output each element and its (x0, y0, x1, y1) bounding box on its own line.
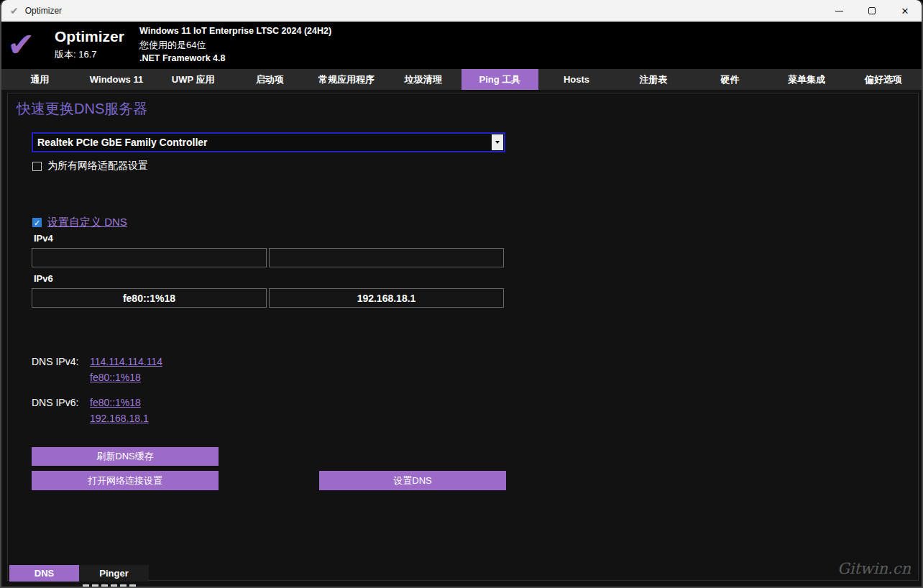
caption-buttons: ✕ (822, 0, 922, 22)
chevron-down-icon (495, 141, 500, 144)
ipv6-input-primary[interactable] (32, 288, 267, 308)
dns-ipv6-value-link[interactable]: 192.168.18.1 (90, 413, 149, 424)
tab-general[interactable]: 通用 (1, 69, 78, 90)
optimizer-logo-icon: ✔ (7, 23, 35, 66)
close-icon: ✕ (901, 6, 909, 16)
sub-tabbar: DNS Pinger (9, 565, 149, 582)
ipv6-label: IPv6 (34, 273, 53, 284)
app-check-icon: ✔ (10, 0, 19, 22)
watermark: Gitwin.cn (837, 560, 911, 577)
minimize-icon (835, 11, 843, 12)
dropdown-button[interactable] (492, 134, 503, 150)
os-info: Windows 11 IoT Enterprise LTSC 2024 (24H… (139, 26, 331, 36)
tab-cleaner[interactable]: 垃圾清理 (385, 69, 462, 90)
subtab-dns[interactable]: DNS (9, 565, 79, 582)
ipv4-input-secondary[interactable] (269, 248, 504, 267)
arch-info: 您使用的是64位 (139, 39, 206, 52)
minimize-button[interactable] (822, 0, 855, 22)
all-adapters-label: 为所有网络适配器设置 (47, 160, 148, 173)
tab-registry[interactable]: 注册表 (615, 69, 692, 90)
ipv4-label: IPv4 (34, 233, 53, 244)
close-button[interactable]: ✕ (888, 0, 922, 22)
tab-regular-apps[interactable]: 常规应用程序 (308, 69, 385, 90)
subtab-pinger[interactable]: Pinger (79, 565, 149, 582)
dns-ipv4-value-link[interactable]: 114.114.114.114 (90, 356, 162, 367)
flush-dns-button[interactable]: 刷新DNS缓存 (32, 447, 219, 466)
dns-ipv6-value-link[interactable]: fe80::1%18 (90, 397, 149, 408)
maximize-button[interactable] (855, 0, 888, 22)
tab-windows11[interactable]: Windows 11 (78, 69, 155, 90)
network-adapter-select[interactable]: Realtek PCIe GbE Family Controller (32, 132, 505, 152)
app-name: Optimizer (55, 28, 124, 45)
optimizer-window: ✔ Optimizer ✕ ✔ Optimizer 版本: 16.7 Windo… (0, 0, 923, 588)
custom-dns-checkbox-row[interactable]: ✓ 设置自定义 DNS (32, 216, 127, 229)
tab-ping-tools[interactable]: Ping 工具 (462, 69, 538, 90)
maximize-icon (868, 7, 876, 14)
all-adapters-checkbox-row[interactable]: 为所有网络适配器设置 (32, 160, 148, 173)
page-title: 快速更换DNS服务器 (17, 99, 147, 119)
tab-hosts[interactable]: Hosts (538, 69, 615, 90)
tab-startup[interactable]: 启动项 (231, 69, 308, 90)
dns-ipv4-value-link[interactable]: fe80::1%18 (90, 372, 162, 383)
window-title: Optimizer (25, 6, 62, 16)
app-header: ✔ Optimizer 版本: 16.7 Windows 11 IoT Ente… (1, 22, 922, 69)
clipped-text-fragment (83, 584, 144, 588)
ipv4-input-primary[interactable] (32, 248, 267, 267)
tab-hardware[interactable]: 硬件 (692, 69, 768, 90)
network-adapter-value: Realtek PCIe GbE Family Controller (33, 137, 492, 148)
dns-ipv6-label: DNS IPv6: (32, 397, 90, 424)
custom-dns-link[interactable]: 设置自定义 DNS (47, 216, 127, 229)
dns-page: 快速更换DNS服务器 Realtek PCIe GbE Family Contr… (7, 93, 919, 581)
dns-ipv4-block: DNS IPv4: 114.114.114.114 fe80::1%18 (32, 356, 162, 383)
all-adapters-checkbox[interactable] (32, 162, 42, 171)
tab-uwp-apps[interactable]: UWP 应用 (155, 69, 231, 90)
tab-preferences[interactable]: 偏好选项 (845, 69, 922, 90)
ipv6-input-secondary[interactable] (269, 288, 504, 308)
custom-dns-checkbox[interactable]: ✓ (32, 218, 42, 227)
open-network-settings-button[interactable]: 打开网络连接设置 (32, 471, 219, 490)
app-version: 版本: 16.7 (55, 48, 97, 61)
titlebar[interactable]: ✔ Optimizer ✕ (1, 0, 922, 22)
dotnet-info: .NET Framework 4.8 (139, 53, 226, 63)
main-tabbar: 通用 Windows 11 UWP 应用 启动项 常规应用程序 垃圾清理 Pin… (1, 69, 922, 90)
tab-menu-integration[interactable]: 菜单集成 (768, 69, 845, 90)
set-dns-button[interactable]: 设置DNS (319, 471, 506, 490)
dns-ipv6-block: DNS IPv6: fe80::1%18 192.168.18.1 (32, 397, 149, 424)
dns-ipv4-label: DNS IPv4: (32, 356, 90, 383)
